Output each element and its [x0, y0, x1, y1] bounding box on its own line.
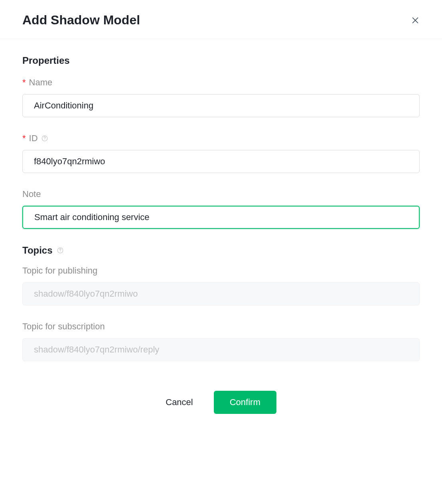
- close-icon: [411, 16, 420, 25]
- svg-point-5: [60, 252, 60, 252]
- modal-body: Properties * Name * ID Note Top: [0, 39, 442, 422]
- help-icon[interactable]: [41, 135, 48, 142]
- close-button[interactable]: [411, 16, 420, 25]
- footer-actions: Cancel Confirm: [22, 377, 420, 414]
- subscribe-label-row: Topic for subscription: [22, 321, 420, 332]
- subscribe-topic-group: Topic for subscription: [22, 321, 420, 361]
- modal-title: Add Shadow Model: [22, 13, 140, 28]
- cancel-button[interactable]: Cancel: [166, 397, 193, 408]
- note-label: Note: [22, 189, 41, 199]
- confirm-button[interactable]: Confirm: [214, 391, 276, 414]
- publish-label-row: Topic for publishing: [22, 266, 420, 276]
- id-input[interactable]: [22, 150, 420, 173]
- note-input[interactable]: [22, 206, 420, 229]
- name-input[interactable]: [22, 94, 420, 117]
- publish-topic-group: Topic for publishing: [22, 266, 420, 305]
- publish-label: Topic for publishing: [22, 266, 97, 276]
- note-field-group: Note: [22, 189, 420, 229]
- publish-topic-input: [22, 282, 420, 305]
- help-icon[interactable]: [57, 247, 64, 254]
- name-label-row: * Name: [22, 77, 420, 88]
- required-asterisk: *: [22, 134, 26, 143]
- note-label-row: Note: [22, 189, 420, 199]
- subscribe-topic-input: [22, 338, 420, 361]
- topics-heading-text: Topics: [22, 245, 53, 256]
- id-field-group: * ID: [22, 133, 420, 173]
- required-asterisk: *: [22, 78, 26, 87]
- name-label: Name: [29, 77, 53, 88]
- topics-heading: Topics: [22, 245, 420, 256]
- svg-point-3: [44, 140, 45, 140]
- id-label-row: * ID: [22, 133, 420, 144]
- subscribe-label: Topic for subscription: [22, 321, 105, 332]
- name-field-group: * Name: [22, 77, 420, 117]
- properties-heading: Properties: [22, 55, 420, 66]
- id-label: ID: [29, 133, 38, 144]
- modal-header: Add Shadow Model: [0, 0, 442, 39]
